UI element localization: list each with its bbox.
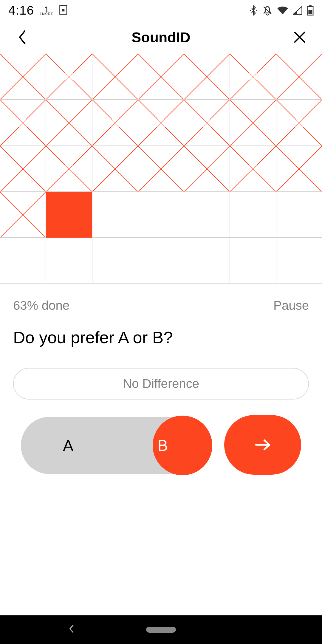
back-button[interactable] (15, 30, 30, 45)
grid-cell (138, 146, 184, 192)
grid-cell (0, 100, 46, 145)
svg-rect-1 (62, 9, 65, 12)
grid-cell (276, 54, 322, 100)
option-a-label: A (63, 436, 73, 454)
app-header: SoundID (0, 21, 322, 54)
grid-cell (0, 54, 46, 100)
option-a-button[interactable]: A (21, 417, 115, 474)
pause-button[interactable]: Pause (273, 298, 309, 313)
chevron-left-icon (18, 30, 27, 45)
bluetooth-icon (249, 5, 258, 16)
grid-cell (0, 192, 46, 238)
svg-rect-7 (308, 10, 312, 14)
card-icon (59, 5, 67, 16)
grid-cell (138, 238, 184, 284)
grid-cell (0, 146, 46, 192)
ab-selector-row: A B (0, 400, 322, 475)
close-button[interactable] (292, 30, 307, 45)
no-difference-button[interactable]: No Difference (13, 368, 309, 400)
grid-cell (138, 54, 184, 100)
arrow-right-icon (254, 438, 271, 451)
grid-cell (184, 238, 230, 284)
grid-cell (184, 54, 230, 100)
wifi-icon (277, 6, 288, 15)
dnd-icon (262, 5, 273, 16)
grid-cell (276, 238, 322, 284)
grid-cell (46, 100, 92, 145)
progress-grid (0, 54, 322, 284)
grid-cell (230, 54, 276, 100)
grid-cell (230, 100, 276, 145)
grid-cell (46, 54, 92, 100)
nav-home-pill[interactable] (146, 627, 176, 633)
grid-cell (276, 192, 322, 238)
ab-toggle[interactable]: A B (21, 417, 210, 474)
next-button[interactable] (224, 415, 301, 475)
brand-indicator: 1 1MORE (40, 5, 54, 16)
nav-back-icon[interactable] (69, 624, 75, 635)
question-text: Do you prefer A or B? (0, 322, 322, 359)
grid-cell (230, 238, 276, 284)
cell-signal-icon (293, 6, 302, 15)
close-icon (293, 31, 306, 44)
grid-cell (184, 146, 230, 192)
grid-cell (92, 146, 138, 192)
grid-cell (230, 146, 276, 192)
grid-cell (230, 192, 276, 238)
grid-cell (276, 100, 322, 145)
svg-point-2 (250, 10, 251, 11)
grid-cell (92, 192, 138, 238)
grid-cell (138, 100, 184, 145)
grid-cell (46, 146, 92, 192)
grid-cell (184, 192, 230, 238)
status-bar: 4:16 1 1MORE (0, 0, 322, 21)
grid-cell (92, 54, 138, 100)
status-right (249, 5, 314, 16)
grid-cell (184, 100, 230, 145)
battery-icon (307, 5, 314, 16)
progress-row: 63% done Pause (0, 284, 322, 322)
page-title: SoundID (0, 29, 322, 46)
grid-cell (276, 146, 322, 192)
option-b-button[interactable]: B (115, 417, 210, 474)
progress-label: 63% done (13, 298, 69, 313)
status-left: 4:16 1 1MORE (8, 3, 67, 18)
status-clock: 4:16 (8, 3, 34, 18)
option-b-label: B (157, 436, 168, 454)
no-difference-label: No Difference (123, 377, 199, 391)
grid-cell (138, 192, 184, 238)
grid-cell (46, 238, 92, 284)
system-nav-bar (0, 615, 322, 644)
grid-cell (92, 100, 138, 145)
grid-cell (0, 238, 46, 284)
grid-cell (92, 238, 138, 284)
svg-point-3 (256, 10, 257, 11)
grid-cell (46, 192, 92, 238)
brand-label: 1MORE (40, 13, 54, 16)
